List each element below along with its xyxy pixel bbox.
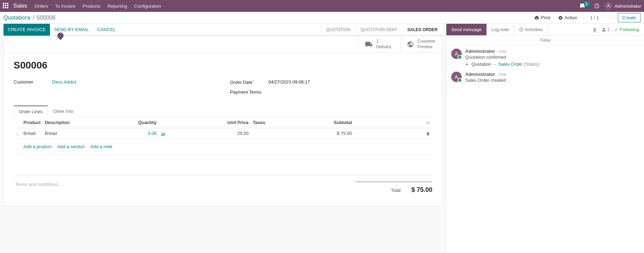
breadcrumb-sep: / [32, 15, 34, 21]
activities-tab[interactable]: Activities [514, 24, 548, 35]
message-item: A Administrator - now Sales Order create… [451, 72, 639, 83]
tab-other-info[interactable]: Other Info [48, 106, 79, 117]
delivery-count: 1 [376, 39, 391, 44]
forecast-icon[interactable] [159, 128, 168, 139]
row-description[interactable]: Bread [43, 128, 72, 139]
row-product[interactable]: Bread [21, 128, 43, 139]
attachment-icon[interactable] [592, 27, 597, 32]
following-button[interactable]: Following [614, 27, 639, 32]
customer-label: Customer [14, 79, 52, 85]
breadcrumb: Quotations / S00006 [3, 15, 56, 21]
add-note-link[interactable]: Add a note [90, 144, 112, 149]
nav-products[interactable]: Products [82, 3, 100, 9]
message-avatar: A [451, 49, 462, 59]
terms-input[interactable]: Terms and conditions... [14, 182, 356, 187]
breadcrumb-bar: Quotations / S00006 Print Action 1 / 1 C… [0, 12, 644, 24]
apps-icon[interactable] [3, 3, 9, 9]
delete-row-icon[interactable] [354, 128, 432, 139]
topnav-menu: Orders To Invoice Products Reporting Con… [34, 3, 161, 9]
customer-preview-button[interactable]: CustomerPreview [400, 36, 442, 52]
total-label: Total: [391, 188, 402, 193]
svg-point-2 [427, 122, 428, 123]
action-button[interactable]: Action [555, 14, 580, 22]
total-block: Total: $ 75.00 [356, 182, 432, 194]
user-name: Administrator [614, 3, 641, 9]
pager-prev[interactable] [604, 15, 609, 20]
create-invoice-button[interactable]: CREATE INVOICE [3, 24, 50, 36]
brand-label[interactable]: Sales [13, 3, 27, 9]
tab-order-lines[interactable]: Order Lines [14, 106, 48, 117]
col-unit-price: Unit Price [168, 117, 251, 128]
form-sheet: 1Delivery CustomerPreview S00006 Custome… [3, 36, 442, 207]
col-product: Product [21, 117, 43, 128]
message-item: A Administrator - now Quotation confirme… [451, 49, 639, 67]
message-time: - now [496, 72, 506, 77]
svg-rect-5 [427, 122, 428, 122]
user-menu[interactable]: A Administrator [605, 2, 641, 10]
arrow-icon: → [492, 62, 497, 67]
svg-rect-6 [429, 122, 429, 122]
svg-point-3 [429, 122, 430, 123]
create-button[interactable]: Create [618, 13, 641, 22]
message-avatar: A [451, 72, 462, 82]
status-sales-order[interactable]: SALES ORDER [402, 24, 442, 35]
tabs: Order Lines Other Info [14, 105, 432, 117]
customer-link[interactable]: Deco Addict [52, 79, 76, 85]
row-subtotal: $ 75.00 [268, 128, 354, 139]
clock-icon[interactable] [594, 3, 600, 9]
send-message-tab[interactable]: Send message [446, 24, 486, 35]
order-lines-table: Product Description Quantity Unit Price … [14, 117, 432, 175]
breadcrumb-current: S00006 [36, 15, 56, 21]
status-quotation[interactable]: QUOTATION [321, 24, 356, 35]
col-quantity: Quantity [72, 117, 159, 128]
nav-to-invoice[interactable]: To Invoice [55, 3, 76, 9]
bullet-to[interactable]: Sales Order [498, 62, 522, 67]
pager-text: 1 / 1 [587, 15, 602, 20]
message-text: Quotation confirmed [465, 55, 540, 60]
delivery-stat-button[interactable]: 1Delivery [358, 36, 400, 52]
top-navbar: Sales Orders To Invoice Products Reporti… [0, 0, 644, 12]
messages-badge: 1 [584, 2, 590, 6]
order-date-value: 04/27/2023 09:06:17 [269, 79, 310, 85]
table-row[interactable]: Bread Bread 3.00 25.00 $ 75.00 [14, 128, 432, 139]
col-subtotal: Subtotal [268, 117, 354, 128]
followers-count[interactable]: 2 [601, 27, 610, 32]
messages-icon[interactable]: 1 [580, 3, 590, 9]
chatter-panel: Send message Log note Activities 2 Follo… [446, 24, 644, 253]
payment-terms-label: Payment Terms [230, 89, 269, 95]
order-date-label: Order Date? [230, 79, 269, 85]
message-text: Sales Order created [465, 78, 506, 83]
breadcrumb-parent[interactable]: Quotations [3, 15, 30, 21]
nav-orders[interactable]: Orders [34, 3, 48, 9]
cancel-button[interactable]: CANCEL [93, 27, 120, 32]
message-author: Administrator [465, 49, 495, 54]
columns-settings-icon[interactable] [354, 117, 432, 128]
add-section-link[interactable]: Add a section [57, 144, 85, 149]
message-author: Administrator [465, 72, 495, 77]
print-button[interactable]: Print [532, 14, 553, 22]
row-taxes[interactable] [251, 128, 268, 139]
status-bar: QUOTATION QUOTATION SENT SALES ORDER [321, 24, 442, 35]
nav-configuration[interactable]: Configuration [134, 3, 161, 9]
drag-handle-icon[interactable] [14, 128, 21, 139]
preview-l2: Preview [417, 44, 436, 50]
bullet-from: Quotation [471, 62, 491, 67]
row-unit-price[interactable]: 25.00 [168, 128, 251, 139]
delivery-label: Delivery [376, 44, 391, 50]
total-value: $ 75.00 [411, 186, 432, 193]
status-quotation-sent[interactable]: QUOTATION SENT [355, 24, 402, 35]
pager-next[interactable] [611, 15, 616, 20]
svg-point-1 [426, 122, 427, 123]
bullet-status: (Status) [524, 62, 540, 67]
nav-reporting[interactable]: Reporting [108, 3, 127, 9]
user-avatar: A [605, 2, 612, 10]
action-bar: CREATE INVOICE SEND BY EMAIL CANCEL QUOT… [3, 24, 442, 36]
add-product-link[interactable]: Add a product [23, 144, 52, 149]
preview-l1: Customer [417, 39, 436, 44]
svg-rect-8 [427, 124, 428, 124]
log-note-tab[interactable]: Log note [486, 24, 514, 35]
svg-rect-7 [426, 124, 427, 124]
row-quantity[interactable]: 3.00 [148, 131, 156, 136]
send-by-email-button[interactable]: SEND BY EMAIL [50, 27, 93, 32]
svg-rect-4 [426, 122, 427, 122]
